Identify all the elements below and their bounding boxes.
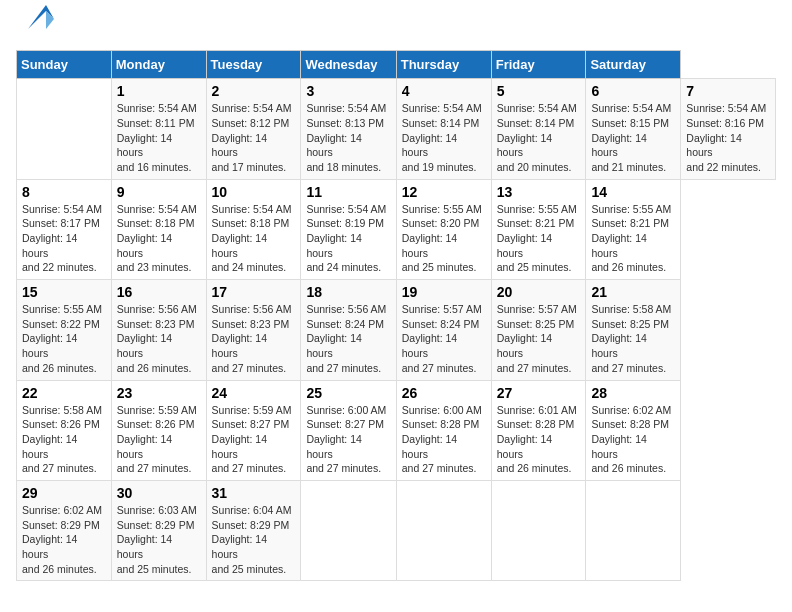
day-number: 16 [117,284,201,300]
week-row-4: 29 Sunrise: 6:02 AMSunset: 8:29 PMDaylig… [17,480,776,580]
header-saturday: Saturday [586,51,681,79]
cell-info: Sunrise: 5:55 AMSunset: 8:21 PMDaylight:… [497,203,577,274]
day-number: 11 [306,184,390,200]
cell-info: Sunrise: 5:55 AMSunset: 8:20 PMDaylight:… [402,203,482,274]
calendar-cell [396,480,491,580]
cell-info: Sunrise: 5:54 AMSunset: 8:19 PMDaylight:… [306,203,386,274]
day-number: 25 [306,385,390,401]
day-number: 23 [117,385,201,401]
calendar-cell [586,480,681,580]
calendar-cell: 30 Sunrise: 6:03 AMSunset: 8:29 PMDaylig… [111,480,206,580]
day-number: 12 [402,184,486,200]
calendar-cell: 1 Sunrise: 5:54 AMSunset: 8:11 PMDayligh… [111,79,206,179]
cell-info: Sunrise: 5:56 AMSunset: 8:24 PMDaylight:… [306,303,386,374]
cell-info: Sunrise: 6:02 AMSunset: 8:29 PMDaylight:… [22,504,102,575]
calendar-cell: 8 Sunrise: 5:54 AMSunset: 8:17 PMDayligh… [17,179,112,279]
week-row-1: 8 Sunrise: 5:54 AMSunset: 8:17 PMDayligh… [17,179,776,279]
header-row: SundayMondayTuesdayWednesdayThursdayFrid… [17,51,776,79]
header-thursday: Thursday [396,51,491,79]
day-number: 19 [402,284,486,300]
calendar-cell: 22 Sunrise: 5:58 AMSunset: 8:26 PMDaylig… [17,380,112,480]
header-wednesday: Wednesday [301,51,396,79]
calendar-cell: 19 Sunrise: 5:57 AMSunset: 8:24 PMDaylig… [396,280,491,380]
day-number: 27 [497,385,581,401]
calendar-cell: 24 Sunrise: 5:59 AMSunset: 8:27 PMDaylig… [206,380,301,480]
calendar-cell: 23 Sunrise: 5:59 AMSunset: 8:26 PMDaylig… [111,380,206,480]
cell-info: Sunrise: 5:54 AMSunset: 8:15 PMDaylight:… [591,102,671,173]
logo-icon [18,1,54,37]
cell-info: Sunrise: 5:58 AMSunset: 8:25 PMDaylight:… [591,303,671,374]
day-number: 24 [212,385,296,401]
calendar-cell: 13 Sunrise: 5:55 AMSunset: 8:21 PMDaylig… [491,179,586,279]
cell-info: Sunrise: 5:54 AMSunset: 8:14 PMDaylight:… [497,102,577,173]
cell-info: Sunrise: 6:04 AMSunset: 8:29 PMDaylight:… [212,504,292,575]
calendar-cell: 26 Sunrise: 6:00 AMSunset: 8:28 PMDaylig… [396,380,491,480]
calendar-cell: 4 Sunrise: 5:54 AMSunset: 8:14 PMDayligh… [396,79,491,179]
cell-info: Sunrise: 5:54 AMSunset: 8:16 PMDaylight:… [686,102,766,173]
day-number: 17 [212,284,296,300]
cell-info: Sunrise: 5:55 AMSunset: 8:21 PMDaylight:… [591,203,671,274]
day-number: 18 [306,284,390,300]
calendar-cell: 27 Sunrise: 6:01 AMSunset: 8:28 PMDaylig… [491,380,586,480]
calendar-cell: 25 Sunrise: 6:00 AMSunset: 8:27 PMDaylig… [301,380,396,480]
day-number: 20 [497,284,581,300]
calendar-cell: 12 Sunrise: 5:55 AMSunset: 8:20 PMDaylig… [396,179,491,279]
week-row-3: 22 Sunrise: 5:58 AMSunset: 8:26 PMDaylig… [17,380,776,480]
header-monday: Monday [111,51,206,79]
day-number: 10 [212,184,296,200]
calendar-cell: 20 Sunrise: 5:57 AMSunset: 8:25 PMDaylig… [491,280,586,380]
cell-info: Sunrise: 5:54 AMSunset: 8:17 PMDaylight:… [22,203,102,274]
cell-info: Sunrise: 5:54 AMSunset: 8:14 PMDaylight:… [402,102,482,173]
cell-info: Sunrise: 5:54 AMSunset: 8:13 PMDaylight:… [306,102,386,173]
cell-info: Sunrise: 5:59 AMSunset: 8:26 PMDaylight:… [117,404,197,475]
logo [16,16,54,40]
cell-info: Sunrise: 5:56 AMSunset: 8:23 PMDaylight:… [117,303,197,374]
cell-info: Sunrise: 5:54 AMSunset: 8:11 PMDaylight:… [117,102,197,173]
day-number: 7 [686,83,770,99]
calendar-cell: 18 Sunrise: 5:56 AMSunset: 8:24 PMDaylig… [301,280,396,380]
header-tuesday: Tuesday [206,51,301,79]
calendar-cell: 31 Sunrise: 6:04 AMSunset: 8:29 PMDaylig… [206,480,301,580]
calendar-cell: 14 Sunrise: 5:55 AMSunset: 8:21 PMDaylig… [586,179,681,279]
calendar-cell [491,480,586,580]
day-number: 31 [212,485,296,501]
cell-info: Sunrise: 6:03 AMSunset: 8:29 PMDaylight:… [117,504,197,575]
calendar-cell: 3 Sunrise: 5:54 AMSunset: 8:13 PMDayligh… [301,79,396,179]
day-number: 3 [306,83,390,99]
day-number: 1 [117,83,201,99]
header-friday: Friday [491,51,586,79]
calendar-cell: 11 Sunrise: 5:54 AMSunset: 8:19 PMDaylig… [301,179,396,279]
day-number: 6 [591,83,675,99]
day-number: 13 [497,184,581,200]
day-number: 26 [402,385,486,401]
calendar-cell: 15 Sunrise: 5:55 AMSunset: 8:22 PMDaylig… [17,280,112,380]
calendar-cell: 5 Sunrise: 5:54 AMSunset: 8:14 PMDayligh… [491,79,586,179]
day-number: 29 [22,485,106,501]
day-number: 5 [497,83,581,99]
day-number: 15 [22,284,106,300]
page-header [16,16,776,40]
day-number: 21 [591,284,675,300]
day-number: 9 [117,184,201,200]
cell-info: Sunrise: 5:57 AMSunset: 8:24 PMDaylight:… [402,303,482,374]
cell-info: Sunrise: 6:01 AMSunset: 8:28 PMDaylight:… [497,404,577,475]
day-number: 2 [212,83,296,99]
calendar-cell [301,480,396,580]
day-number: 28 [591,385,675,401]
cell-info: Sunrise: 6:00 AMSunset: 8:28 PMDaylight:… [402,404,482,475]
calendar-cell: 29 Sunrise: 6:02 AMSunset: 8:29 PMDaylig… [17,480,112,580]
calendar-cell: 10 Sunrise: 5:54 AMSunset: 8:18 PMDaylig… [206,179,301,279]
day-number: 14 [591,184,675,200]
cell-info: Sunrise: 5:54 AMSunset: 8:18 PMDaylight:… [117,203,197,274]
calendar-table: SundayMondayTuesdayWednesdayThursdayFrid… [16,50,776,581]
calendar-cell: 7 Sunrise: 5:54 AMSunset: 8:16 PMDayligh… [681,79,776,179]
calendar-cell: 28 Sunrise: 6:02 AMSunset: 8:28 PMDaylig… [586,380,681,480]
day-number: 8 [22,184,106,200]
calendar-cell: 17 Sunrise: 5:56 AMSunset: 8:23 PMDaylig… [206,280,301,380]
cell-info: Sunrise: 5:54 AMSunset: 8:12 PMDaylight:… [212,102,292,173]
cell-info: Sunrise: 5:59 AMSunset: 8:27 PMDaylight:… [212,404,292,475]
cell-info: Sunrise: 5:56 AMSunset: 8:23 PMDaylight:… [212,303,292,374]
cell-info: Sunrise: 5:55 AMSunset: 8:22 PMDaylight:… [22,303,102,374]
cell-info: Sunrise: 5:54 AMSunset: 8:18 PMDaylight:… [212,203,292,274]
week-row-0: 1 Sunrise: 5:54 AMSunset: 8:11 PMDayligh… [17,79,776,179]
